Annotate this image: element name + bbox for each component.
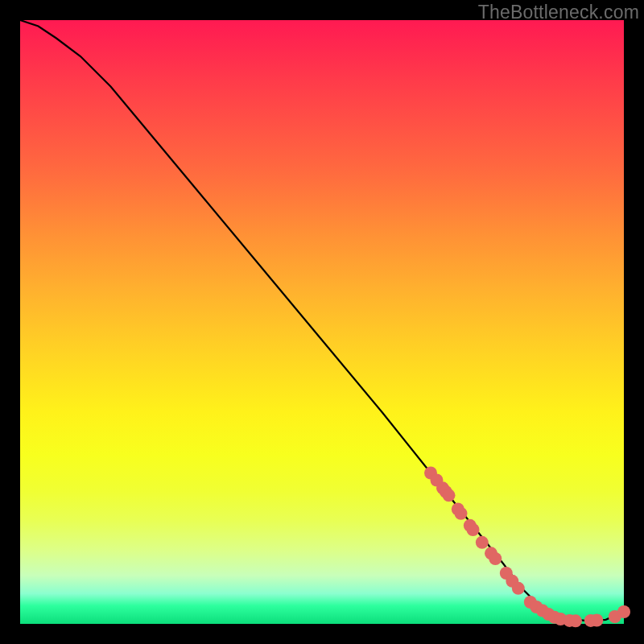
data-marker bbox=[455, 507, 468, 520]
chart-frame: TheBottleneck.com bbox=[0, 0, 644, 644]
data-marker bbox=[443, 489, 456, 502]
data-marker bbox=[590, 614, 603, 627]
data-marker bbox=[569, 614, 582, 627]
data-marker bbox=[467, 523, 480, 536]
data-marker bbox=[617, 605, 630, 618]
bottleneck-curve-line bbox=[20, 20, 624, 621]
data-marker bbox=[476, 536, 489, 549]
chart-svg bbox=[20, 20, 624, 624]
attribution-label: TheBottleneck.com bbox=[478, 2, 639, 23]
chart-plot-area bbox=[20, 20, 624, 624]
marker-group bbox=[424, 467, 630, 628]
data-marker bbox=[512, 582, 525, 595]
data-marker bbox=[489, 552, 502, 565]
